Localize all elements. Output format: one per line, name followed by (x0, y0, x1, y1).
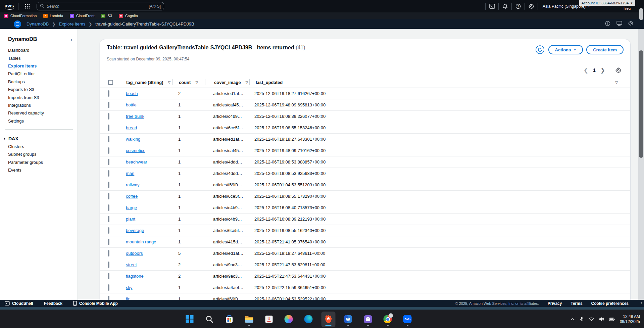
taskbar-app-unikey[interactable]: U (262, 312, 276, 327)
actions-button[interactable]: Actions ▼ (548, 45, 583, 54)
row-checkbox[interactable] (108, 159, 109, 165)
info-icon[interactable] (605, 21, 610, 28)
item-link-mountain-range[interactable]: mountain range (126, 239, 156, 244)
item-link-flagstone[interactable]: flagstone (126, 274, 144, 279)
display-panel-icon[interactable] (616, 21, 622, 27)
search-input[interactable]: Search [Alt+S] (37, 2, 164, 10)
select-all-checkbox[interactable] (108, 80, 113, 85)
cloudshell-footer-button[interactable]: CloudShell (5, 301, 33, 306)
footer-link-terms[interactable]: Terms (571, 301, 582, 306)
bookmark-cloudfront[interactable]: ◎CloudFront (70, 14, 94, 18)
help-icon[interactable]: ? (513, 4, 523, 9)
preferences-gear-icon[interactable] (615, 67, 622, 74)
gear-icon[interactable] (628, 21, 633, 27)
create-item-button[interactable]: Create item (586, 45, 624, 54)
item-link-bottle[interactable]: bottle (126, 102, 137, 107)
taskbar-app-brave[interactable] (321, 312, 335, 327)
row-checkbox[interactable] (108, 296, 109, 300)
item-link-fir[interactable]: fir (126, 296, 130, 300)
item-link-walking[interactable]: walking (126, 137, 140, 142)
item-link-barge[interactable]: barge (126, 205, 137, 210)
notifications-bell-icon[interactable] (500, 4, 510, 9)
row-checkbox[interactable] (108, 250, 109, 256)
item-link-railway[interactable]: railway (126, 182, 139, 187)
breadcrumb-link-dynamodb[interactable]: DynamoDB (27, 21, 49, 27)
footer-link-cookie-preferences[interactable]: Cookie preferences (591, 301, 629, 306)
bookmark-cloudformation[interactable]: ▣CloudFormation (4, 14, 37, 18)
sidebar-item-explore-items[interactable]: Explore items (0, 62, 78, 70)
row-checkbox[interactable] (108, 227, 109, 234)
filter-funnel-icon[interactable]: ▽ (615, 81, 618, 84)
scrollbar-track[interactable] (638, 29, 644, 300)
prev-page-icon[interactable]: ❮ (584, 67, 588, 73)
row-checkbox[interactable] (108, 102, 109, 108)
microphone-icon[interactable] (580, 317, 584, 322)
row-checkbox[interactable] (108, 170, 109, 177)
filter-funnel-icon[interactable]: ▽ (168, 81, 171, 84)
battery-icon[interactable] (609, 318, 615, 321)
bookmark-s3[interactable]: ▤S3 (101, 14, 112, 18)
sidebar-item-clusters[interactable]: Clusters (0, 143, 78, 150)
item-link-bread[interactable]: bread (126, 125, 137, 130)
taskbar-app-zalo[interactable]: Zalo (400, 312, 414, 327)
sidebar-section-dax[interactable]: ▼ DAX (0, 136, 78, 141)
bookmark-cognito[interactable]: ◉Cognito (119, 14, 138, 18)
sidebar-item-events[interactable]: Events (0, 166, 78, 174)
taskbar-app-edge[interactable] (301, 312, 315, 327)
sidebar-item-settings[interactable]: Settings (0, 117, 78, 125)
item-link-tree-trunk[interactable]: tree trunk (126, 114, 144, 119)
row-checkbox[interactable] (108, 147, 109, 154)
wifi-icon[interactable] (589, 317, 594, 321)
sidebar-item-tables[interactable]: Tables (0, 54, 78, 62)
feedback-button[interactable]: Feedback (44, 301, 62, 306)
taskbar-app-word[interactable]: W (341, 312, 355, 327)
row-checkbox[interactable] (108, 216, 109, 222)
sidebar-item-backups[interactable]: Backups (0, 78, 78, 86)
filter-funnel-icon[interactable]: ▽ (246, 81, 248, 84)
item-link-beverage[interactable]: beverage (126, 228, 144, 233)
sidebar-item-partiql-editor[interactable]: PartiQL editor (0, 70, 78, 78)
item-link-beach[interactable]: beach (126, 91, 138, 96)
settings-gear-icon[interactable] (526, 4, 536, 9)
sidebar-item-integrations[interactable]: Integrations (0, 101, 78, 109)
item-link-man[interactable]: man (126, 171, 134, 176)
item-link-cosmetics[interactable]: cosmetics (126, 148, 145, 153)
row-checkbox[interactable] (108, 193, 109, 199)
cloudshell-icon[interactable] (487, 4, 497, 9)
item-link-street[interactable]: street (126, 262, 137, 267)
sidebar-item-exports-to-s3[interactable]: Exports to S3 (0, 86, 78, 93)
item-link-plant[interactable]: plant (126, 217, 135, 222)
services-grid-icon[interactable] (22, 4, 33, 9)
row-checkbox[interactable] (108, 125, 109, 131)
item-link-sky[interactable]: sky (126, 285, 133, 290)
scrollbar-top-thumb[interactable] (639, 8, 643, 20)
sidebar-item-imports-from-s3[interactable]: Imports from S3 (0, 93, 78, 101)
taskbar-app-search[interactable] (202, 312, 216, 327)
row-checkbox[interactable] (108, 262, 109, 268)
taskbar-clock[interactable]: 12:48 AM 09/12/2025 (620, 314, 640, 324)
account-id-tooltip[interactable]: Account ID: 3364-6839-1794 ▼ (579, 0, 635, 6)
row-checkbox[interactable] (108, 273, 109, 279)
taskbar-app-file-explorer[interactable] (242, 312, 256, 327)
sidebar-item-reserved-capacity[interactable]: Reserved capacity (0, 109, 78, 117)
sidebar-item-parameter-groups[interactable]: Parameter groups (0, 158, 78, 166)
volume-icon[interactable] (599, 317, 604, 321)
row-checkbox[interactable] (108, 182, 109, 188)
next-page-icon[interactable]: ❯ (600, 67, 605, 73)
taskbar-app-store[interactable] (222, 312, 236, 327)
sidebar-collapse-icon[interactable]: ‹ (70, 37, 72, 42)
item-link-outdoors[interactable]: outdoors (126, 251, 143, 256)
bookmark-lambda[interactable]: λLambda (43, 14, 63, 18)
console-mobile-app-button[interactable]: Console Mobile App (73, 301, 118, 306)
row-checkbox[interactable] (108, 136, 109, 142)
aws-logo[interactable]: aws (5, 3, 14, 10)
scrollbar-down-arrow[interactable]: ▼ (640, 301, 643, 304)
row-checkbox[interactable] (108, 284, 109, 291)
hidden-icons-chevron-icon[interactable] (571, 318, 575, 321)
row-checkbox[interactable] (108, 113, 109, 120)
page-number[interactable]: 1 (593, 67, 596, 73)
sidebar-item-subnet-groups[interactable]: Subnet groups (0, 150, 78, 158)
refresh-button[interactable] (535, 45, 545, 55)
row-checkbox[interactable] (108, 204, 109, 211)
sidebar-item-dashboard[interactable]: Dashboard (0, 46, 78, 54)
